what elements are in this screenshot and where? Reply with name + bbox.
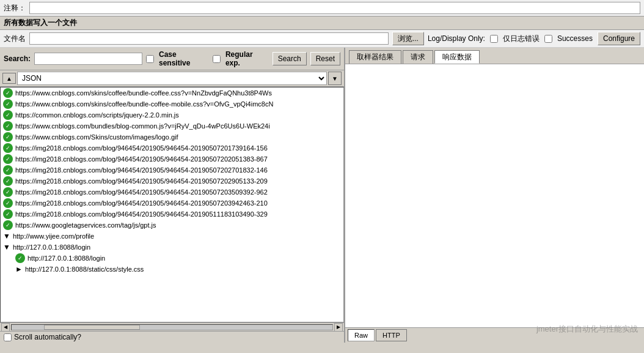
successes-checkbox[interactable] (544, 35, 552, 43)
tab-sampler-results[interactable]: 取样器结果 (349, 50, 401, 64)
url-text: https://img2018.cnblogs.com/blog/946454/… (15, 166, 268, 174)
url-text: https://img2018.cnblogs.com/blog/946454/… (15, 199, 268, 207)
configure-button[interactable]: Configure (598, 32, 640, 45)
comment-label: 注释： (4, 3, 26, 13)
left-panel: Search: Case sensitive Regular exp. Sear… (0, 48, 345, 343)
filename-label: 文件名 (4, 34, 26, 44)
right-tabs: 取样器结果 请求 响应数据 (345, 48, 644, 64)
url-list-item[interactable]: ✓https://img2018.cnblogs.com/blog/946454… (1, 143, 343, 154)
url-text: https://img2018.cnblogs.com/blog/946454/… (15, 155, 268, 163)
file-row: 文件名 浏览... Log/Display Only: 仅日志错误 Succes… (0, 30, 644, 48)
url-text: https://img2018.cnblogs.com/blog/946454/… (15, 210, 268, 218)
url-list-item[interactable]: ✓https://img2018.cnblogs.com/blog/946454… (1, 198, 343, 209)
right-panel: 取样器结果 请求 响应数据 Raw HTTP (345, 48, 644, 343)
scroll-thumb (44, 325, 141, 330)
expand-icon: ▼ (3, 232, 10, 240)
check-icon: ✓ (3, 165, 13, 175)
check-icon: ✓ (3, 110, 13, 120)
http-button[interactable]: HTTP (376, 329, 407, 341)
comment-input[interactable] (29, 2, 640, 14)
url-text: http://www.yijee.com/profile (13, 232, 94, 240)
log-display-label: Log/Display Only: (428, 34, 485, 43)
url-list-item[interactable]: ✓https://img2018.cnblogs.com/blog/946454… (1, 187, 343, 198)
browse-button[interactable]: 浏览... (392, 32, 424, 45)
reset-button[interactable]: Reset (310, 52, 340, 65)
url-list-item[interactable]: ✓https://www.cnblogs.com/skins/coffee/bu… (1, 98, 343, 110)
url-list-item[interactable]: ✓https://img2018.cnblogs.com/blog/946454… (1, 209, 343, 220)
url-text: https://common.cnblogs.com/scripts/jquer… (15, 111, 179, 119)
scroll-track[interactable] (11, 324, 333, 330)
url-text: https://img2018.cnblogs.com/blog/946454/… (15, 188, 268, 196)
regular-exp-label: Regular exp. (225, 50, 269, 67)
check-icon: ✓ (3, 132, 13, 142)
url-text: http://127.0.0.1:8088/login (27, 255, 105, 262)
scroll-auto-row: Scroll automatically? (0, 331, 344, 343)
url-list-item[interactable]: ✓https://www.cnblogs.com/Skins/custom/im… (1, 132, 343, 143)
url-list-item[interactable]: ✓https://common.cnblogs.com/scripts/jque… (1, 110, 343, 121)
case-sensitive-checkbox[interactable] (146, 55, 154, 63)
url-text: http://127.0.0.1:8088/login (13, 243, 90, 251)
url-text: https://www.cnblogs.com/skins/coffee/bun… (15, 100, 273, 108)
format-dropdown[interactable]: JSON XML HTML Text (17, 72, 327, 85)
url-text: https://img2018.cnblogs.com/blog/946454/… (15, 177, 268, 185)
right-content (345, 64, 644, 327)
check-icon: ✓ (3, 176, 13, 186)
expand-button[interactable]: ▲ (2, 73, 16, 84)
section-header: 所有数据写入一个文件 (0, 17, 644, 30)
dropdown-arrow-button[interactable]: ▼ (328, 72, 342, 85)
url-list-item[interactable]: ▼http://www.yijee.com/profile (1, 231, 343, 242)
check-icon: ✓ (3, 99, 13, 109)
url-list-item[interactable]: ✓https://img2018.cnblogs.com/blog/946454… (1, 165, 343, 176)
check-icon: ✓ (15, 253, 25, 263)
log-errors-label: 仅日志错误 (503, 34, 540, 44)
url-list-item[interactable]: ▼http://127.0.0.1:8088/login (1, 242, 343, 253)
url-list-item[interactable]: ►http://127.0.0.1:8088/static/css/style.… (1, 264, 343, 275)
url-text: https://www.cnblogs.com/Skins/custom/ima… (15, 133, 178, 141)
url-text: https://www.googletagservices.com/tag/js… (15, 221, 156, 229)
scroll-auto-checkbox[interactable] (4, 333, 12, 341)
scroll-left-arrow[interactable]: ◀ (1, 323, 10, 332)
main-layout: Search: Case sensitive Regular exp. Sear… (0, 48, 644, 343)
successes-label: Successes (557, 34, 593, 43)
tab-request[interactable]: 请求 (403, 50, 433, 64)
scroll-right-arrow[interactable]: ▶ (334, 323, 343, 332)
search-label: Search: (4, 54, 31, 63)
url-list-item[interactable]: ✓https://www.cnblogs.com/bundles/blog-co… (1, 121, 343, 132)
check-icon: ✓ (3, 154, 13, 164)
comment-row: 注释： (0, 0, 644, 17)
check-icon: ✓ (3, 143, 13, 153)
url-text: https://www.cnblogs.com/skins/coffee/bun… (15, 89, 272, 97)
expand-icon: ▼ (3, 243, 10, 251)
check-icon: ✓ (3, 88, 13, 98)
check-icon: ✓ (3, 121, 13, 131)
raw-button[interactable]: Raw (348, 329, 375, 341)
scroll-auto-label: Scroll automatically? (14, 333, 81, 341)
filename-input[interactable] (29, 32, 389, 45)
h-scrollbar[interactable]: ◀ ▶ (0, 322, 344, 331)
url-text: https://img2018.cnblogs.com/blog/946454/… (15, 144, 268, 152)
url-list-item[interactable]: ✓https://www.cnblogs.com/skins/coffee/bu… (1, 87, 343, 98)
check-icon: ✓ (3, 187, 13, 197)
search-bar: Search: Case sensitive Regular exp. Sear… (0, 48, 344, 70)
search-button[interactable]: Search (273, 52, 307, 65)
url-list-item[interactable]: ✓http://127.0.0.1:8088/login (1, 253, 343, 264)
log-display-row: Log/Display Only: 仅日志错误 Successes Config… (428, 32, 640, 45)
url-text: http://127.0.0.1:8088/static/css/style.c… (25, 266, 144, 273)
url-list: ✓https://www.cnblogs.com/skins/coffee/bu… (0, 87, 344, 322)
search-input[interactable] (34, 53, 142, 65)
check-icon: ✓ (3, 220, 13, 230)
tab-response-data[interactable]: 响应数据 (434, 50, 480, 64)
check-icon: ✓ (3, 209, 13, 219)
case-sensitive-label: Case sensitive (159, 50, 209, 67)
url-list-item[interactable]: ✓https://img2018.cnblogs.com/blog/946454… (1, 176, 343, 187)
log-display-checkbox[interactable] (490, 35, 498, 43)
url-list-item[interactable]: ✓https://img2018.cnblogs.com/blog/946454… (1, 154, 343, 165)
check-icon: ✓ (3, 198, 13, 208)
url-list-item[interactable]: ✓https://www.googletagservices.com/tag/j… (1, 220, 343, 231)
toolbar-row: ▲ JSON XML HTML Text ▼ (0, 70, 344, 87)
raw-http-row: Raw HTTP (345, 327, 644, 343)
url-text: https://www.cnblogs.com/bundles/blog-com… (15, 122, 270, 130)
collapse-icon: ► (15, 265, 23, 273)
regular-exp-checkbox[interactable] (213, 55, 221, 63)
